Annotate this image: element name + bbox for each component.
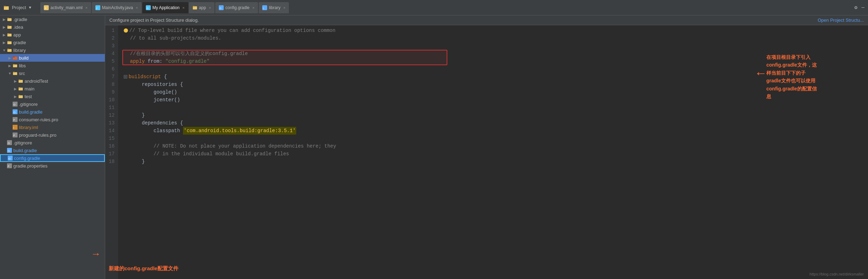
svg-rect-19 (7, 33, 9, 34)
arrow-gradle: ▶ (1, 18, 7, 21)
arrow-test: ▶ (13, 95, 18, 98)
folder-libs-icon (13, 63, 18, 68)
svg-rect-27 (13, 64, 15, 65)
code-editor[interactable]: 1 2 3 4 5 6 7 8 9 10 11 12 13 14 15 16 1 (105, 25, 868, 279)
code-line-7: - buildscript { (124, 73, 868, 81)
arrow-app: ▶ (1, 33, 7, 37)
tab-activity-main[interactable]: X activity_main.xml × (40, 2, 91, 13)
tab-label-main-activity: MainActivity.java (102, 5, 133, 10)
tab-close-main-activity[interactable]: × (136, 6, 138, 10)
sidebar-item-build[interactable]: ▶ build (0, 54, 105, 62)
tab-main-activity[interactable]: J MainActivity.java × (92, 2, 142, 13)
sidebar-label-gradle: .gradle (13, 17, 27, 22)
sidebar-item-library-iml[interactable]: ▶ I library.iml (0, 123, 105, 131)
minimize-icon[interactable]: ─ (862, 5, 864, 11)
sidebar-label-library-iml: library.iml (19, 125, 38, 130)
code-line-3 (124, 42, 868, 50)
sidebar-item-gitignore-root[interactable]: ▶ G .gitignore (0, 139, 105, 147)
editor-info-bar: Configure project in Project Structure d… (105, 15, 868, 25)
sidebar-item-build-gradle-lib[interactable]: ▶ G build.gradle (0, 108, 105, 116)
tab-close-app[interactable]: × (209, 6, 211, 10)
info-message: Configure project in Project Structure d… (109, 18, 199, 23)
code-line-8: repositories { (124, 81, 868, 88)
code-line-12: } (124, 111, 868, 119)
code-line-14: classpath 'com.android.tools.build:gradl… (124, 127, 868, 135)
proguard-icon: P (13, 132, 18, 137)
sidebar-label-build: build (19, 55, 28, 61)
sidebar-item-library[interactable]: ▼ library (0, 46, 105, 54)
settings-icon[interactable]: ⚙ (854, 5, 857, 11)
folder-gradle2-icon (7, 40, 12, 45)
folder-idea-icon (7, 25, 12, 29)
folder-src-icon (13, 71, 18, 76)
sidebar-item-consumer-rules[interactable]: ▶ P consumer-rules.pro (0, 116, 105, 123)
tab-config-gradle[interactable]: G config.gradle × (215, 2, 258, 13)
editor-tabs: X activity_main.xml × J MainActivity.jav… (40, 2, 852, 13)
arrow-main: ▶ (13, 87, 18, 91)
sidebar-label-test: test (25, 94, 32, 99)
svg-rect-15 (7, 18, 9, 19)
project-dropdown-icon[interactable]: ▼ (29, 6, 31, 10)
tab-label-activity-main: activity_main.xml (50, 5, 82, 10)
folder-test-icon (18, 94, 23, 99)
tab-close-activity-main[interactable]: × (85, 6, 87, 10)
title-bar-actions: ⚙ ─ (854, 5, 864, 11)
code-content: // Top-level build file where you can ad… (118, 25, 868, 279)
tab-close-library[interactable]: × (283, 6, 285, 10)
svg-text:G: G (219, 7, 221, 9)
project-sidebar: ▶ .gradle ▶ .idea ▶ app ▶ gradle (0, 15, 105, 279)
tab-library[interactable]: L library × (259, 2, 289, 13)
sidebar-item-gradle-properties[interactable]: ▶ P gradle.properties (0, 162, 105, 170)
tab-label-library: library (269, 5, 280, 10)
tab-close-my-application[interactable]: × (182, 6, 184, 10)
sidebar-label-gitignore-lib: .gitignore (19, 102, 38, 107)
gradle-lib-icon: G (13, 109, 18, 114)
config-gradle-file-icon: G (219, 5, 224, 10)
sidebar-item-app[interactable]: ▶ app (0, 31, 105, 39)
gitignore-lib-icon: G (13, 102, 18, 107)
sidebar-item-config-gradle[interactable]: ▶ G config.gradle (0, 154, 105, 162)
arrow-libs: ▶ (7, 64, 13, 68)
svg-text:G: G (13, 111, 15, 114)
sidebar-label-idea: .idea (13, 25, 23, 30)
open-project-link[interactable]: Open Project Structu... (818, 18, 864, 23)
sidebar-item-gitignore-lib[interactable]: ▶ G .gitignore (0, 100, 105, 108)
tab-app[interactable]: app × (189, 2, 215, 13)
tab-close-config-gradle[interactable]: × (252, 6, 255, 10)
sidebar-item-test[interactable]: ▶ test (0, 93, 105, 100)
folder-build-icon (13, 55, 18, 60)
line-numbers: 1 2 3 4 5 6 7 8 9 10 11 12 13 14 15 16 1 (105, 25, 118, 279)
sidebar-item-androidtest[interactable]: ▶ androidTest (0, 77, 105, 85)
sidebar-label-src: src (19, 71, 25, 76)
sidebar-label-proguard-rules: proguard-rules.pro (19, 132, 56, 138)
code-line-16: // NOTE: Do not place your application d… (124, 142, 868, 150)
sidebar-item-src[interactable]: ▼ src (0, 69, 105, 77)
project-folder-icon (4, 5, 9, 11)
title-bar: Project ▼ X activity_main.xml × J MainAc… (0, 0, 868, 15)
sidebar-item-libs[interactable]: ▶ libs (0, 62, 105, 69)
tab-label-app: app (199, 5, 206, 10)
my-app-file-icon: G (146, 5, 151, 10)
sidebar-label-libs: libs (19, 63, 26, 68)
svg-rect-35 (19, 95, 20, 96)
sidebar-item-proguard-rules[interactable]: ▶ P proguard-rules.pro (0, 131, 105, 139)
sidebar-item-main[interactable]: ▶ main (0, 85, 105, 93)
main-content: ▶ .gradle ▶ .idea ▶ app ▶ gradle (0, 15, 868, 279)
sidebar-item-gradle2[interactable]: ▶ gradle (0, 39, 105, 46)
sidebar-item-build-gradle-root[interactable]: ▶ G build.gradle (0, 147, 105, 154)
iml-icon: I (13, 125, 18, 130)
gutter-fold-7: - (124, 75, 127, 79)
code-line-11 (124, 104, 868, 111)
svg-rect-33 (19, 87, 20, 88)
tab-label-config-gradle: config.gradle (225, 5, 250, 10)
tab-my-application[interactable]: G My Application × (142, 2, 188, 13)
svg-text:G: G (8, 142, 10, 145)
arrow-library: ▼ (1, 48, 7, 52)
code-line-18: } (124, 158, 868, 165)
gutter-dot-1 (124, 28, 128, 33)
pro-consumer-icon: P (13, 117, 18, 122)
sidebar-label-gitignore-root: .gitignore (13, 140, 32, 145)
sidebar-item-idea[interactable]: ▶ .idea (0, 23, 105, 31)
svg-text:G: G (8, 157, 11, 160)
sidebar-item-gradle[interactable]: ▶ .gradle (0, 15, 105, 23)
